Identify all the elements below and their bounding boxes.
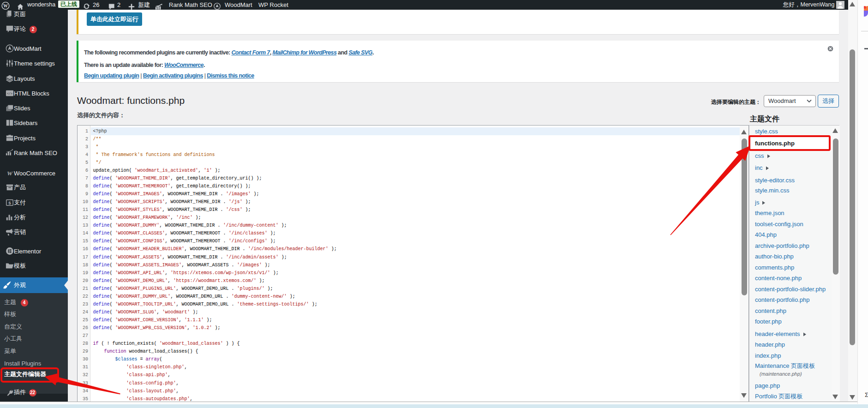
svg-text:</>: </> [7,92,12,95]
svg-text:W: W [7,169,13,176]
svg-text:$: $ [8,200,11,205]
